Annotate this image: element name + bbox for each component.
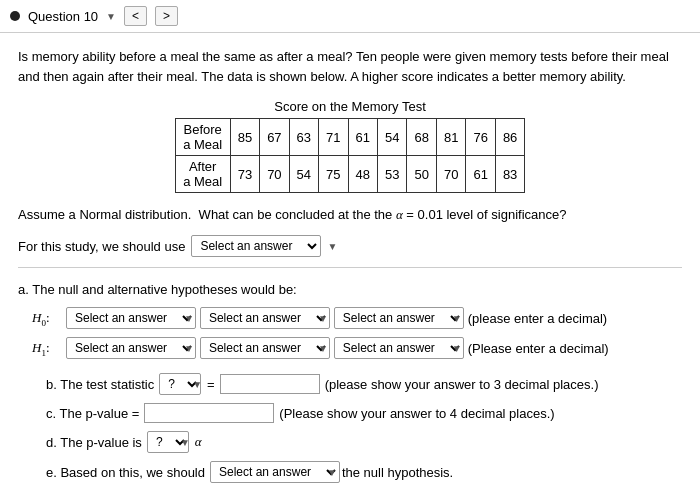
cell-b1: 85	[230, 119, 259, 156]
chevron-icon-h1-3: ▼	[452, 343, 462, 354]
problem-text: Is memory ability before a meal the same…	[18, 47, 682, 87]
study-prefix: For this study, we should use	[18, 239, 185, 254]
cell-b9: 76	[466, 119, 495, 156]
chevron-icon-h1-2: ▼	[318, 343, 328, 354]
prev-button[interactable]: <	[124, 6, 147, 26]
cell-b5: 61	[348, 119, 377, 156]
cell-b4: 71	[319, 119, 348, 156]
section-b: b. The test statistic ? ▼ = (please show…	[46, 373, 682, 395]
h0-select2[interactable]: Select an answer	[200, 307, 330, 329]
cell-b10: 86	[495, 119, 524, 156]
h1-select3[interactable]: Select an answer	[334, 337, 464, 359]
h1-line: H1: Select an answer ▼ Select an answer …	[32, 337, 682, 359]
h0-hint: (please enter a decimal)	[468, 311, 607, 326]
cell-a1: 73	[230, 156, 259, 193]
next-button[interactable]: >	[155, 6, 178, 26]
cell-a7: 50	[407, 156, 436, 193]
cell-a9: 61	[466, 156, 495, 193]
study-select[interactable]: Select an answer	[191, 235, 321, 257]
h0-select1[interactable]: Select an answer	[66, 307, 196, 329]
section-d-label: d. The p-value is	[46, 435, 142, 450]
cell-b3: 63	[289, 119, 318, 156]
chevron-icon-h0-3: ▼	[452, 313, 462, 324]
top-bar: Question 10 ▼ < >	[0, 0, 700, 33]
h0-label: H0:	[32, 310, 60, 328]
cell-a5: 48	[348, 156, 377, 193]
h0-line: H0: Select an answer ▼ Select an answer …	[32, 307, 682, 329]
cell-a10: 83	[495, 156, 524, 193]
h0-select3[interactable]: Select an answer	[334, 307, 464, 329]
table-wrap: Score on the Memory Test Beforea Meal 85…	[18, 99, 682, 193]
after-meal-label: Aftera Meal	[175, 156, 230, 193]
cell-b8: 81	[436, 119, 465, 156]
alpha-symbol-d: α	[195, 434, 202, 450]
cell-a6: 53	[378, 156, 407, 193]
equals-sign: =	[207, 377, 215, 392]
h1-label: H1:	[32, 340, 60, 358]
section-b-label: b. The test statistic	[46, 377, 154, 392]
main-content: Is memory ability before a meal the same…	[0, 33, 700, 501]
cell-a4: 75	[319, 156, 348, 193]
section-c: c. The p-value = (Please show your answe…	[46, 403, 682, 423]
section-d: d. The p-value is ? ▼ α	[46, 431, 682, 453]
chevron-down-icon: ▼	[327, 241, 337, 252]
assume-text: Assume a Normal distribution. What can b…	[18, 205, 682, 225]
conclusion-select[interactable]: Select an answer	[210, 461, 340, 483]
dropdown-arrow-icon[interactable]: ▼	[106, 11, 116, 22]
question-label: Question 10	[28, 9, 98, 24]
score-table: Beforea Meal 85 67 63 71 61 54 68 81 76 …	[175, 118, 526, 193]
chevron-icon-h0-1: ▼	[184, 313, 194, 324]
cell-a8: 70	[436, 156, 465, 193]
pvalue-input[interactable]	[144, 403, 274, 423]
cell-a2: 70	[260, 156, 289, 193]
section-e: e. Based on this, we should Select an an…	[46, 461, 682, 483]
h1-select1[interactable]: Select an answer	[66, 337, 196, 359]
chevron-icon-h0-2: ▼	[318, 313, 328, 324]
table-row-before: Beforea Meal 85 67 63 71 61 54 68 81 76 …	[175, 119, 525, 156]
study-line: For this study, we should use Select an …	[18, 235, 682, 268]
h1-select2[interactable]: Select an answer	[200, 337, 330, 359]
section-b-hint: (please show your answer to 3 decimal pl…	[325, 377, 599, 392]
alpha-symbol: α	[396, 207, 403, 222]
question-dot	[10, 11, 20, 21]
test-statistic-input[interactable]	[220, 374, 320, 394]
section-a-text: a. The null and alternative hypotheses w…	[18, 282, 297, 297]
section-e-label: e. Based on this, we should	[46, 465, 205, 480]
chevron-icon-ts: ▼	[192, 379, 202, 390]
cell-b2: 67	[260, 119, 289, 156]
section-a-label: a. The null and alternative hypotheses w…	[18, 282, 682, 297]
h1-hint: (Please enter a decimal)	[468, 341, 609, 356]
cell-b7: 68	[407, 119, 436, 156]
section-c-hint: (Please show your answer to 4 decimal pl…	[279, 406, 554, 421]
section-c-label: c. The p-value =	[46, 406, 139, 421]
before-meal-label: Beforea Meal	[175, 119, 230, 156]
table-row-after: Aftera Meal 73 70 54 75 48 53 50 70 61 8…	[175, 156, 525, 193]
cell-b6: 54	[378, 119, 407, 156]
chevron-icon-h1-1: ▼	[184, 343, 194, 354]
section-e-suffix: the null hypothesis.	[342, 465, 453, 480]
chevron-icon-e: ▼	[327, 467, 337, 478]
cell-a3: 54	[289, 156, 318, 193]
chevron-icon-pv: ▼	[180, 437, 190, 448]
table-title: Score on the Memory Test	[175, 99, 526, 114]
